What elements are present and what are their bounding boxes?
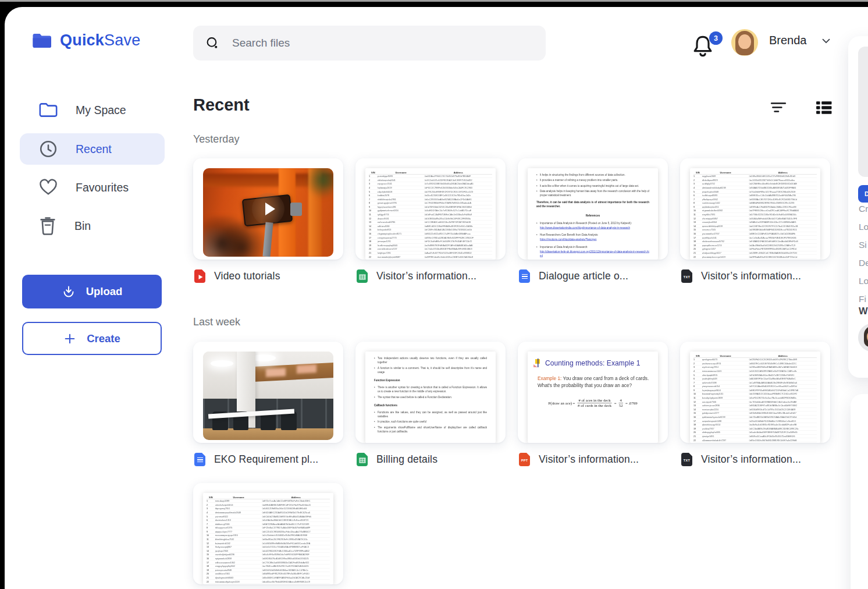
file-name: Video tutorials — [214, 270, 280, 282]
spreadsheet-file-icon — [357, 453, 368, 466]
trash-icon — [38, 216, 57, 236]
sidebar-item-label: Recent — [76, 143, 112, 156]
file-label-row[interactable]: Dialogue article o... — [518, 269, 668, 283]
main-content: Recent Yesterday — [193, 7, 835, 589]
txt-file-icon: TXT — [681, 453, 692, 466]
hyperlink: https://imotions.com/blog/data-analysis/… — [540, 237, 599, 242]
hyperlink: http://www.dissertationindia.com/blog/im… — [540, 226, 632, 230]
file-label-row[interactable]: TXT Visitor’s information... — [680, 453, 830, 466]
file-item-spreadsheet-partial: S/NUsernameAddress1mmcdaqs32890x872e7cec… — [193, 483, 343, 584]
section-label-last-week: Last week — [193, 316, 240, 328]
document-thumbnail: •Two independent actions usually deserve… — [365, 352, 496, 443]
upload-label: Upload — [86, 285, 123, 298]
file-card[interactable]: •Two independent actions usually deserve… — [355, 342, 506, 443]
document-thumbnail: •It helps in structuring the findings fr… — [528, 168, 658, 260]
video-thumbnail — [203, 168, 333, 257]
file-card[interactable]: S/NUsernameAddress1roygfwza18090x24Ea384… — [680, 158, 830, 260]
sidebar-item-label: Favourites — [76, 181, 129, 194]
video-file-icon — [194, 269, 205, 283]
file-name: Billing details — [376, 453, 437, 466]
create-label: Create — [87, 332, 120, 345]
plus-icon — [63, 332, 76, 345]
file-name: EKO Requirement pl... — [214, 453, 318, 466]
download-arrow-icon — [62, 285, 76, 299]
spreadsheet-thumbnail: S/NUsernameAddress1psmmbjqw90930xd41fAec… — [365, 168, 496, 260]
details-field: Cr — [859, 204, 868, 214]
list-view-icon[interactable] — [816, 100, 832, 115]
secondary-panel — [851, 394, 868, 589]
file-item-video-tutorials: Video tutorials — [193, 158, 343, 283]
sheet-table: S/NUsernameAddress1mmcdaqs32890x872e7cec… — [203, 493, 333, 584]
file-name: Visitor’s information... — [539, 453, 639, 466]
file-row: S/NUsernameAddress1mmcdaqs32890x872e7cec… — [193, 483, 343, 584]
details-field: Lo — [859, 222, 868, 232]
details-field: Fi — [859, 294, 866, 304]
details-access-heading: W — [859, 306, 868, 317]
file-card[interactable]: S/NUsernameAddress1psmmbjqw90930xd41fAec… — [355, 158, 506, 260]
file-item-eko-requirement: EKO Requirement pl... — [193, 342, 343, 466]
file-card[interactable] — [193, 342, 343, 443]
spreadsheet-thumbnail: S/NUsernameAddress1roygfwza18090x24Ea384… — [690, 168, 820, 260]
file-item-visitors-information-txt-2: S/NUsernameAddress1qwsfqprxzt60730xf290F… — [680, 342, 830, 466]
hyperlink: http://dissertation-help-uk.blogspot.com… — [540, 250, 649, 258]
details-action-button[interactable]: Do — [858, 185, 868, 203]
ppt-file-icon: PPT — [519, 453, 530, 466]
spreadsheet-file-icon — [357, 269, 368, 283]
filter-icon[interactable] — [770, 100, 787, 115]
section-label-yesterday: Yesterday — [193, 133, 239, 146]
app-title: QuickSave — [60, 31, 140, 49]
clock-icon — [38, 139, 58, 159]
page-title: Recent — [193, 95, 250, 115]
sidebar-item-label: My Space — [76, 104, 126, 117]
file-label-row[interactable]: PPT Visitor’s information... — [518, 453, 668, 466]
sidebar-item-bin[interactable]: Bin — [38, 214, 91, 237]
file-label-row[interactable]: EKO Requirement pl... — [193, 453, 343, 466]
file-details-panel: Do Cr Lo Si De Lo Fi W — [848, 36, 868, 378]
details-field: De — [859, 258, 868, 268]
file-card[interactable]: Counting methods: Example 1 Example 1: Y… — [518, 342, 668, 443]
sheet-table: S/NUsernameAddress1qwsfqprxzt60730xf290F… — [690, 352, 820, 443]
file-card[interactable] — [193, 158, 343, 260]
details-member-avatar — [858, 324, 868, 352]
file-card[interactable]: S/NUsernameAddress1qwsfqprxzt60730xf290F… — [680, 342, 830, 443]
file-name: Dialogue article o... — [539, 270, 628, 282]
file-card[interactable]: S/NUsernameAddress1mmcdaqs32890x872e7cec… — [193, 483, 343, 584]
file-label-row[interactable]: Visitor’s information... — [355, 269, 506, 283]
sidebar-item-recent[interactable]: Recent — [38, 137, 112, 161]
folder-logo-icon — [32, 32, 53, 49]
file-row: Video tutorials S/NUsernameAddress1psmmb… — [193, 158, 830, 283]
details-thumbnail-placeholder — [858, 47, 868, 177]
heart-icon — [38, 178, 58, 197]
file-label-row[interactable]: Billing details — [355, 453, 506, 466]
file-name: Visitor’s information... — [376, 270, 476, 282]
txt-file-icon: TXT — [681, 269, 692, 283]
file-item-dialogue-article: •It helps in structuring the findings fr… — [518, 158, 668, 283]
file-label-row[interactable]: Video tutorials — [193, 269, 343, 283]
screen-top-line — [0, 0, 868, 2]
slide-decoration — [534, 359, 542, 367]
play-button-icon[interactable] — [252, 193, 284, 225]
view-controls — [770, 100, 832, 115]
file-item-visitors-information-sheet: S/NUsernameAddress1psmmbjqw90930xd41fAec… — [355, 158, 506, 283]
spreadsheet-thumbnail: S/NUsernameAddress1qwsfqprxzt60730xf290F… — [690, 352, 820, 443]
file-name: Visitor’s information... — [701, 453, 801, 466]
sheet-table: S/NUsernameAddress1roygfwza18090x24Ea384… — [690, 168, 820, 260]
details-field: Si — [859, 240, 867, 250]
sidebar-item-favourites[interactable]: Favourites — [38, 176, 129, 199]
doc-file-icon — [194, 453, 205, 466]
create-button[interactable]: Create — [22, 322, 162, 355]
file-item-billing-details: •Two independent actions usually deserve… — [355, 342, 506, 466]
app-logo: QuickSave — [32, 31, 140, 49]
sidebar-item-label: Bin — [74, 219, 91, 233]
file-card[interactable]: •It helps in structuring the findings fr… — [518, 158, 668, 260]
folder-icon — [38, 101, 58, 119]
doc-file-icon — [519, 269, 530, 283]
sidebar-item-my-space[interactable]: My Space — [38, 98, 126, 122]
file-label-row[interactable]: TXT Visitor’s information... — [680, 269, 830, 283]
spreadsheet-thumbnail: S/NUsernameAddress1mmcdaqs32890x872e7cec… — [203, 493, 333, 584]
sheet-table: S/NUsernameAddress1psmmbjqw90930xd41fAec… — [365, 168, 496, 260]
file-item-visitors-information-ppt: Counting methods: Example 1 Example 1: Y… — [518, 342, 668, 466]
slide-thumbnail: Counting methods: Example 1 Example 1: Y… — [528, 352, 658, 443]
upload-button[interactable]: Upload — [22, 275, 162, 308]
details-field: Lo — [859, 276, 868, 286]
